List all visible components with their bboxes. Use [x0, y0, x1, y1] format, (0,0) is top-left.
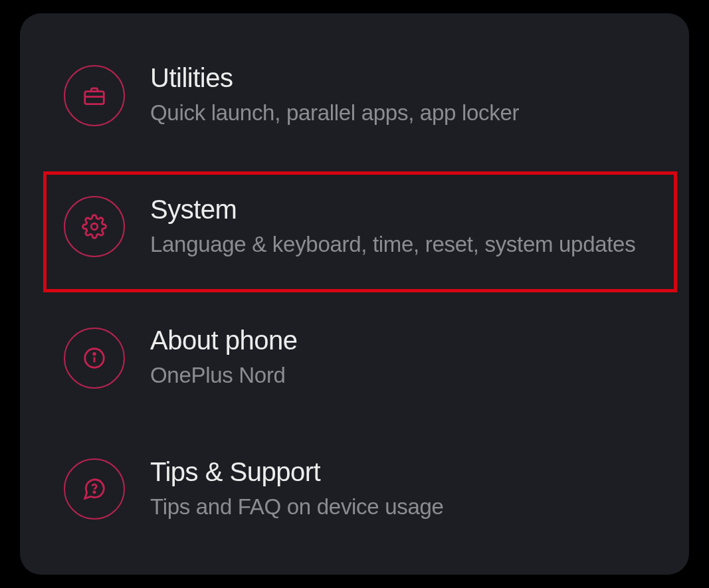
settings-item-utilities[interactable]: Utilities Quick launch, parallel apps, a… [40, 50, 669, 142]
settings-item-subtitle: Language & keyboard, time, reset, system… [150, 230, 635, 260]
settings-item-text: About phone OnePlus Nord [150, 326, 297, 391]
briefcase-icon [64, 65, 125, 126]
svg-point-2 [91, 224, 98, 231]
settings-item-title: Utilities [150, 63, 519, 93]
settings-item-title: Tips & Support [150, 457, 444, 487]
settings-item-title: System [150, 195, 635, 225]
settings-item-title: About phone [150, 326, 297, 355]
svg-point-5 [94, 353, 96, 355]
settings-item-subtitle: Quick launch, parallel apps, app locker [150, 98, 519, 128]
settings-item-tips-support[interactable]: Tips & Support Tips and FAQ on device us… [40, 444, 669, 536]
settings-item-about-phone[interactable]: About phone OnePlus Nord [40, 312, 669, 404]
svg-point-6 [94, 492, 95, 493]
info-icon [64, 328, 125, 389]
settings-card: Utilities Quick launch, parallel apps, a… [20, 13, 689, 575]
question-icon [64, 458, 125, 520]
settings-item-text: System Language & keyboard, time, reset,… [150, 195, 635, 260]
settings-item-text: Utilities Quick launch, parallel apps, a… [150, 63, 519, 128]
gear-icon [64, 196, 125, 257]
settings-item-subtitle: OnePlus Nord [150, 361, 297, 391]
settings-item-text: Tips & Support Tips and FAQ on device us… [150, 457, 444, 522]
svg-rect-0 [85, 91, 104, 104]
settings-item-system[interactable]: System Language & keyboard, time, reset,… [40, 181, 669, 273]
settings-item-subtitle: Tips and FAQ on device usage [150, 492, 444, 522]
